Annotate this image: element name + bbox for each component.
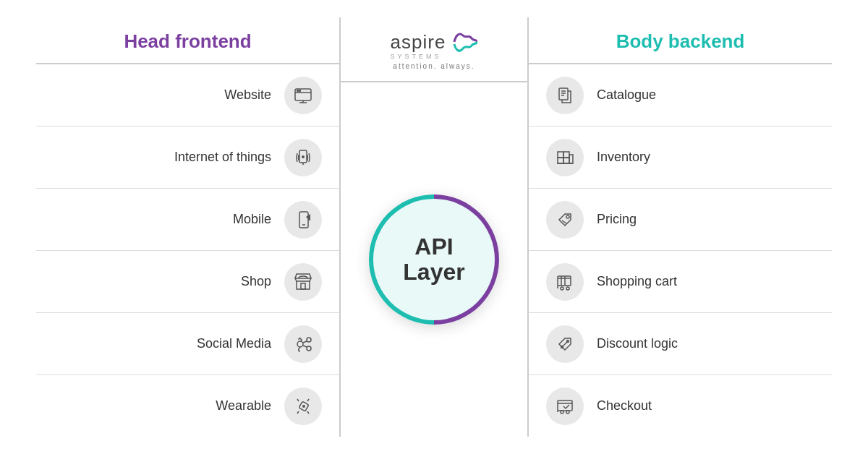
api-label-line2: Layer bbox=[403, 260, 464, 285]
logo-wave-icon bbox=[448, 28, 477, 56]
diagram: Head frontend Website Internet of things… bbox=[36, 17, 832, 437]
mobile-icon bbox=[284, 201, 322, 239]
shop-icon bbox=[284, 263, 322, 301]
svg-point-35 bbox=[566, 287, 569, 290]
right-title: Body backend bbox=[529, 30, 832, 53]
catalogue-icon bbox=[546, 77, 584, 114]
svg-point-5 bbox=[299, 90, 301, 91]
wearable-icon bbox=[284, 387, 322, 425]
item-label: Internet of things bbox=[174, 150, 271, 165]
svg-rect-11 bbox=[301, 283, 305, 289]
item-label: Catalogue bbox=[597, 87, 656, 103]
list-item: Discount logic bbox=[529, 313, 832, 375]
svg-point-12 bbox=[297, 341, 303, 347]
svg-point-34 bbox=[561, 287, 563, 290]
list-item: Checkout bbox=[529, 375, 832, 437]
svg-point-42 bbox=[561, 411, 563, 414]
right-header: Body backend bbox=[529, 17, 832, 64]
svg-point-13 bbox=[307, 338, 311, 342]
svg-rect-27 bbox=[569, 155, 573, 163]
logo-systems: SYSTEMS bbox=[391, 53, 442, 60]
svg-rect-26 bbox=[563, 152, 569, 158]
list-item: Wearable bbox=[36, 375, 339, 437]
svg-rect-25 bbox=[558, 152, 563, 158]
item-label: Shop bbox=[241, 274, 271, 289]
left-items: Website Internet of things Mobile bbox=[36, 64, 339, 437]
list-item: Shop bbox=[36, 251, 339, 313]
cart-icon bbox=[546, 263, 584, 301]
right-panel: Body backend Catalogue Inventory bbox=[529, 17, 832, 437]
iot-icon bbox=[284, 139, 322, 176]
svg-point-29 bbox=[566, 215, 569, 218]
api-circle-border: API Layer bbox=[369, 194, 499, 325]
item-label: Shopping cart bbox=[597, 274, 677, 289]
inventory-icon bbox=[546, 139, 584, 176]
list-item: Internet of things bbox=[36, 127, 339, 189]
list-item: Social Media bbox=[36, 313, 339, 375]
svg-rect-0 bbox=[295, 89, 311, 100]
svg-rect-40 bbox=[558, 401, 572, 411]
website-icon bbox=[284, 77, 322, 114]
svg-point-14 bbox=[307, 346, 311, 351]
svg-line-16 bbox=[303, 346, 307, 347]
svg-rect-31 bbox=[558, 276, 571, 286]
item-label: Inventory bbox=[597, 150, 650, 165]
discount-icon bbox=[546, 325, 584, 363]
svg-point-8 bbox=[302, 155, 305, 158]
left-header: Head frontend bbox=[36, 17, 339, 64]
item-label: Checkout bbox=[597, 398, 652, 414]
checkout-icon bbox=[546, 387, 584, 425]
svg-point-43 bbox=[566, 411, 569, 414]
svg-rect-19 bbox=[559, 88, 568, 100]
svg-point-4 bbox=[297, 90, 299, 91]
left-title: Head frontend bbox=[36, 30, 339, 53]
social-icon bbox=[284, 325, 322, 363]
api-circle-inner: API Layer bbox=[373, 199, 495, 320]
svg-point-18 bbox=[302, 405, 305, 408]
item-label: Mobile bbox=[233, 212, 271, 227]
item-label: Wearable bbox=[216, 398, 271, 414]
pricing-icon bbox=[546, 201, 584, 239]
logo-name: aspire bbox=[391, 31, 446, 53]
right-items: Catalogue Inventory Pricing bbox=[529, 64, 832, 437]
item-label: Pricing bbox=[597, 212, 637, 227]
logo-content: aspire SYSTEMS attention. always. bbox=[391, 28, 478, 70]
logo-area: aspire SYSTEMS attention. always. bbox=[341, 17, 527, 82]
list-item: Shopping cart bbox=[529, 251, 832, 313]
list-item: Website bbox=[36, 64, 339, 127]
item-label: Social Media bbox=[197, 336, 271, 351]
svg-rect-24 bbox=[563, 158, 569, 163]
item-label: Discount logic bbox=[597, 336, 678, 351]
logo-tagline: attention. always. bbox=[393, 62, 475, 70]
list-item: Catalogue bbox=[529, 64, 832, 127]
svg-line-15 bbox=[303, 341, 307, 343]
list-item: Mobile bbox=[36, 189, 339, 251]
item-label: Website bbox=[224, 87, 271, 103]
api-circle-container: API Layer bbox=[369, 82, 499, 437]
list-item: Inventory bbox=[529, 127, 832, 189]
api-label-line1: API bbox=[414, 234, 453, 260]
center-panel: aspire SYSTEMS attention. always. API bbox=[341, 17, 529, 437]
list-item: Pricing bbox=[529, 189, 832, 251]
left-panel: Head frontend Website Internet of things… bbox=[36, 17, 341, 437]
svg-rect-23 bbox=[558, 158, 563, 163]
